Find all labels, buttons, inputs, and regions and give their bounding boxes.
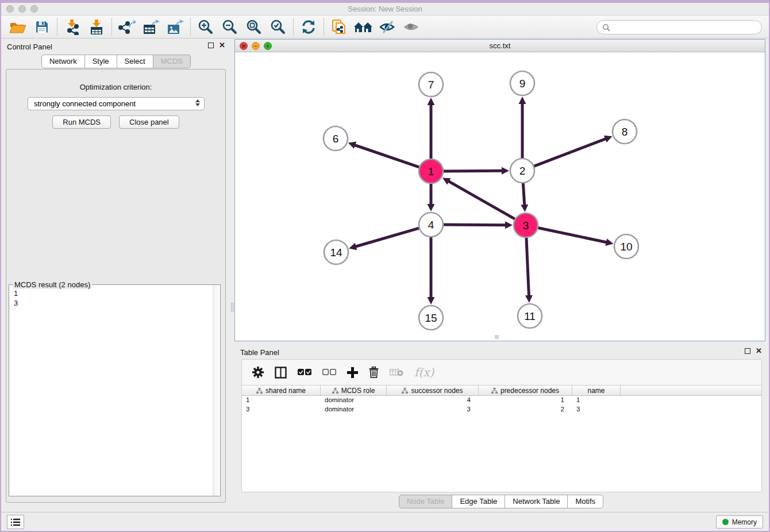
search-input[interactable] <box>613 22 756 32</box>
tab-style[interactable]: Style <box>85 55 117 68</box>
graph-edge-4-3[interactable] <box>441 225 506 225</box>
column-header-name[interactable]: name <box>572 385 621 395</box>
edge-arrowhead-icon <box>348 142 356 149</box>
network-window-titlebar[interactable]: ✕ − + scc.txt <box>235 40 765 52</box>
show-all-button[interactable] <box>399 18 424 36</box>
column-header-predecessor-nodes[interactable]: predecessor nodes <box>479 385 572 395</box>
close-table-panel-icon[interactable]: ✕ <box>756 348 762 354</box>
control-panel-title: Control Panel <box>7 43 52 51</box>
float-panel-icon[interactable] <box>208 43 214 48</box>
zoom-selected-button[interactable] <box>266 18 290 36</box>
reset-network-views-button[interactable] <box>351 18 375 36</box>
graph-edge-2-3[interactable] <box>523 181 525 206</box>
import-table-button[interactable] <box>84 18 109 36</box>
deselect-all-checkboxes-button[interactable] <box>322 369 336 376</box>
zoom-window-button[interactable] <box>30 5 38 13</box>
graph-edge-1-2[interactable] <box>441 171 503 171</box>
toolbar-separator <box>57 18 57 36</box>
canvas-scrollbar-grip[interactable] <box>495 335 499 339</box>
minimize-window-button[interactable] <box>18 5 26 13</box>
import-network-button[interactable] <box>60 18 84 36</box>
export-network-button[interactable] <box>115 18 139 36</box>
graph-edge-2-8[interactable] <box>532 138 606 167</box>
network-minimize-button[interactable]: − <box>252 42 260 50</box>
network-close-button[interactable]: ✕ <box>240 42 248 50</box>
tab-motifs[interactable]: Motifs <box>568 495 603 508</box>
open-session-button[interactable] <box>6 18 30 36</box>
toolbar-separator <box>111 18 112 36</box>
network-canvas[interactable]: 7968124314101511 <box>235 52 765 340</box>
column-header-shared-name[interactable]: shared name <box>242 385 321 395</box>
table-tabs: Node TableEdge TableNetwork TableMotifs <box>234 495 768 508</box>
network-maximize-button[interactable]: + <box>264 42 272 50</box>
hide-selected-button[interactable] <box>375 18 399 36</box>
optimization-criterion-select[interactable]: strongly connected component <box>28 97 205 110</box>
panel-splitter[interactable] <box>230 38 234 512</box>
edge-arrowhead-icon <box>505 221 513 229</box>
graph-edge-3-1[interactable] <box>448 181 517 220</box>
run-mcds-button[interactable]: Run MCDS <box>52 115 111 129</box>
application-window: Session: New Session <box>0 0 770 532</box>
zoom-fit-button[interactable] <box>242 18 266 36</box>
memory-label: Memory <box>732 518 757 526</box>
os-titlebar: Session: New Session <box>1 3 769 16</box>
task-history-button[interactable] <box>7 515 24 529</box>
result-scrollbar[interactable] <box>213 285 220 496</box>
graph-node-label-3: 3 <box>523 219 529 232</box>
graph-node-label-2: 2 <box>519 165 526 177</box>
tab-edge-table[interactable]: Edge Table <box>452 495 505 508</box>
graph-node-label-9: 9 <box>519 78 526 90</box>
zoom-in-button[interactable] <box>194 18 218 36</box>
splitter-handle-icon[interactable] <box>231 303 234 312</box>
save-session-button[interactable] <box>30 18 54 36</box>
export-image-icon <box>167 19 184 35</box>
tab-network-table[interactable]: Network Table <box>505 495 568 508</box>
table-row[interactable]: 3dominator323 <box>242 405 761 414</box>
refresh-view-button[interactable] <box>297 18 321 36</box>
close-panel-button[interactable]: Close panel <box>119 115 179 129</box>
table-cell: 2 <box>479 405 572 414</box>
add-column-button[interactable] <box>347 367 358 378</box>
table-cell: 1 <box>572 396 621 405</box>
apply-function-button[interactable]: f(x) <box>414 365 434 379</box>
column-header-successor-nodes[interactable]: successor nodes <box>387 385 479 395</box>
eye-icon <box>403 20 420 34</box>
table-row[interactable]: 1dominator411 <box>242 396 761 405</box>
show-columns-button[interactable] <box>275 367 287 379</box>
close-panel-icon[interactable]: ✕ <box>219 43 225 48</box>
tab-node-table[interactable]: Node Table <box>399 495 453 508</box>
export-table-icon <box>143 19 160 35</box>
tree-column-icon <box>402 388 408 394</box>
graph-edge-3-11[interactable] <box>526 236 529 296</box>
tab-select[interactable]: Select <box>117 55 153 68</box>
mcds-panel: Optimization criterion: strongly connect… <box>6 69 226 503</box>
float-table-panel-icon[interactable] <box>745 348 750 354</box>
table-cell: dominator <box>321 405 387 414</box>
table-cell: 3 <box>387 405 479 414</box>
table-panel-title: Table Panel <box>240 348 279 357</box>
table-panel-header: Table Panel ✕ <box>234 344 768 359</box>
table-cell: 1 <box>242 396 321 405</box>
tab-mcds[interactable]: MCDS <box>153 55 191 68</box>
delete-table-button[interactable] <box>390 368 403 377</box>
export-image-button[interactable] <box>163 18 187 36</box>
checked-boxes-icon <box>298 369 311 376</box>
graph-edge-1-6[interactable] <box>354 145 421 168</box>
tab-network[interactable]: Network <box>41 55 85 68</box>
graph-edge-3-10[interactable] <box>536 228 607 242</box>
new-network-from-selection-button[interactable] <box>327 18 351 36</box>
search-field[interactable] <box>596 20 762 34</box>
column-header-MCDS-role[interactable]: MCDS role <box>321 385 387 395</box>
edge-arrowhead-icon <box>525 295 533 303</box>
memory-button[interactable]: Memory <box>716 515 763 529</box>
select-all-checkboxes-button[interactable] <box>298 369 311 376</box>
delete-column-button[interactable] <box>369 367 379 378</box>
close-window-button[interactable] <box>6 5 14 13</box>
graph-edge-4-14[interactable] <box>355 228 421 246</box>
table-options-button[interactable] <box>252 367 264 378</box>
export-table-button[interactable] <box>139 18 163 36</box>
mcds-result-list[interactable]: 1 3 <box>9 285 220 496</box>
zoom-out-button[interactable] <box>218 18 242 36</box>
network-graph[interactable]: 7968124314101511 <box>235 52 765 340</box>
main-toolbar <box>1 16 769 38</box>
